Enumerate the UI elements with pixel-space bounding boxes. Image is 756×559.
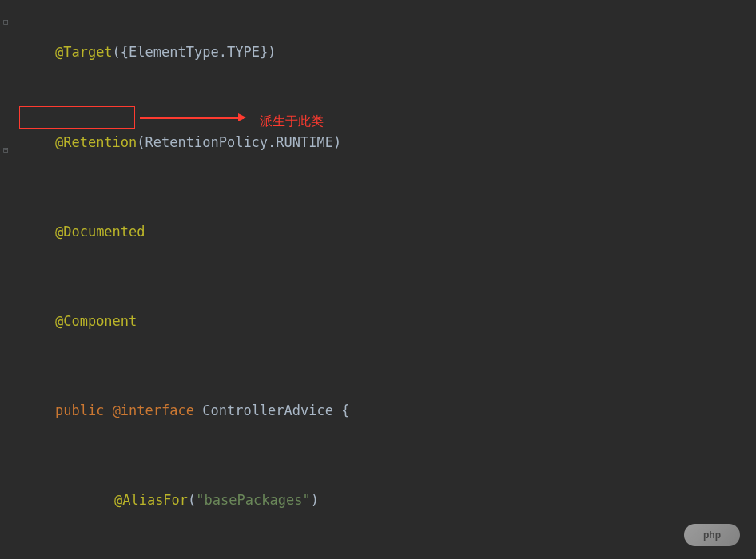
keyword: @interface [113, 402, 194, 418]
string-literal: "basePackages" [196, 492, 310, 508]
code-line[interactable]: @Component [0, 277, 756, 367]
code-line[interactable]: public @interface ControllerAdvice { [0, 367, 756, 456]
code-line[interactable]: @Target({ElementType.TYPE}) [0, 8, 756, 97]
watermark-logo: php [684, 524, 740, 546]
punct: ) [333, 134, 341, 150]
punct: }) [260, 44, 276, 60]
fold-icon[interactable]: ⊟ [3, 141, 9, 160]
type: ElementType [129, 44, 219, 60]
code-editor[interactable]: ⊟ ⊟ @Target({ElementType.TYPE}) @Retenti… [0, 0, 756, 559]
code-line[interactable]: String[] value() default {}; [0, 545, 756, 559]
logo-text: php [703, 525, 721, 545]
code-line[interactable]: @AliasFor("basePackages") [0, 456, 756, 545]
annotation-text: 派生于此类 [260, 107, 324, 135]
keyword: public [55, 402, 104, 418]
punct: .TYPE [219, 44, 260, 60]
punct: ( [137, 134, 145, 150]
type: RetentionPolicy [145, 134, 269, 150]
code-line[interactable]: @Documented [0, 187, 756, 276]
punct: ( [188, 492, 196, 508]
punct: ) [311, 492, 319, 508]
code-line[interactable]: @Retention(RetentionPolicy.RUNTIME) [0, 97, 756, 187]
punct: .RUNTIME [268, 134, 333, 150]
annotation: @Target [55, 44, 113, 60]
punct: ({ [113, 44, 129, 60]
annotation: @Retention [55, 134, 137, 150]
annotation: @AliasFor [114, 492, 188, 508]
fold-icon[interactable]: ⊟ [3, 13, 9, 32]
annotation: @Component [55, 313, 137, 329]
annotation: @Documented [55, 224, 145, 240]
class-name: ControllerAdvice { [194, 402, 349, 418]
